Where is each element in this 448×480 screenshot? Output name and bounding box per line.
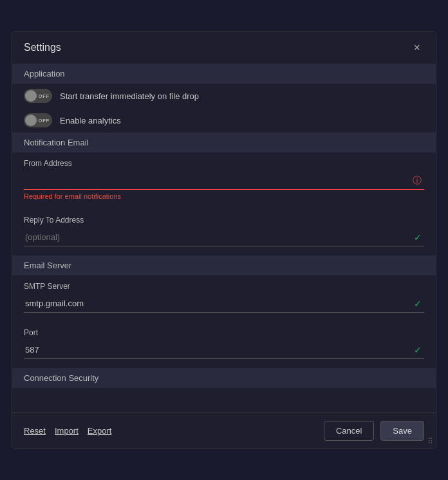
reply-to-wrapper: ✓ xyxy=(24,228,424,246)
application-section-header: Application xyxy=(12,64,436,84)
port-group: Port ✓ xyxy=(12,322,436,368)
enable-analytics-toggle[interactable]: OFF xyxy=(24,113,52,127)
settings-dialog: Settings × Application OFF Start transfe… xyxy=(12,31,436,449)
enable-analytics-row: OFF Enable analytics xyxy=(12,108,436,133)
dialog-body: Application OFF Start transfer immediate… xyxy=(12,64,436,412)
from-address-input[interactable] xyxy=(24,172,424,190)
enable-analytics-label: Enable analytics xyxy=(60,116,121,125)
notification-email-section-header: Notification Email xyxy=(12,133,436,152)
reply-to-address-group: Reply To Address ✓ xyxy=(12,209,436,255)
export-button[interactable]: Export xyxy=(88,426,112,436)
from-address-group: From Address ⓘ Required for email notifi… xyxy=(12,152,436,209)
smtp-server-label: SMTP Server xyxy=(24,282,424,291)
toggle-thumb-analytics xyxy=(25,115,37,126)
connection-security-content xyxy=(12,388,436,407)
from-address-error: Required for email notifications xyxy=(24,192,424,200)
port-input[interactable] xyxy=(24,341,424,359)
reply-to-input[interactable] xyxy=(24,228,424,246)
email-server-section-header: Email Server xyxy=(12,255,436,275)
port-label: Port xyxy=(24,328,424,337)
footer-right-actions: Cancel Save xyxy=(324,421,424,441)
resize-handle: ⠿ xyxy=(427,437,433,446)
connection-security-section-header: Connection Security xyxy=(12,368,436,388)
port-wrapper: ✓ xyxy=(24,341,424,359)
toggle-track-start-transfer: OFF xyxy=(24,89,52,103)
dialog-title: Settings xyxy=(24,42,61,53)
start-transfer-label: Start transfer immediately on file drop xyxy=(60,91,199,101)
dialog-header: Settings × xyxy=(12,32,436,64)
cancel-button[interactable]: Cancel xyxy=(324,421,374,441)
from-address-wrapper: ⓘ xyxy=(24,172,424,190)
start-transfer-toggle[interactable]: OFF xyxy=(24,89,52,103)
error-icon: ⓘ xyxy=(413,175,422,187)
toggle-thumb-start-transfer xyxy=(25,90,37,102)
smtp-server-wrapper: ✓ xyxy=(24,295,424,313)
footer-left-actions: Reset Import Export xyxy=(24,426,111,436)
from-address-label: From Address xyxy=(24,159,424,168)
save-button[interactable]: Save xyxy=(380,421,424,441)
close-button[interactable]: × xyxy=(409,41,424,55)
dialog-footer: Reset Import Export Cancel Save xyxy=(12,412,436,448)
valid-icon-port: ✓ xyxy=(414,345,422,355)
toggle-track-analytics: OFF xyxy=(24,113,52,127)
smtp-server-input[interactable] xyxy=(24,295,424,313)
valid-icon-reply: ✓ xyxy=(414,232,422,243)
smtp-server-group: SMTP Server ✓ xyxy=(12,275,436,322)
start-transfer-row: OFF Start transfer immediately on file d… xyxy=(12,84,436,108)
valid-icon-smtp: ✓ xyxy=(414,299,422,309)
reply-to-label: Reply To Address xyxy=(24,216,424,225)
import-button[interactable]: Import xyxy=(55,426,79,436)
reset-button[interactable]: Reset xyxy=(24,426,46,436)
